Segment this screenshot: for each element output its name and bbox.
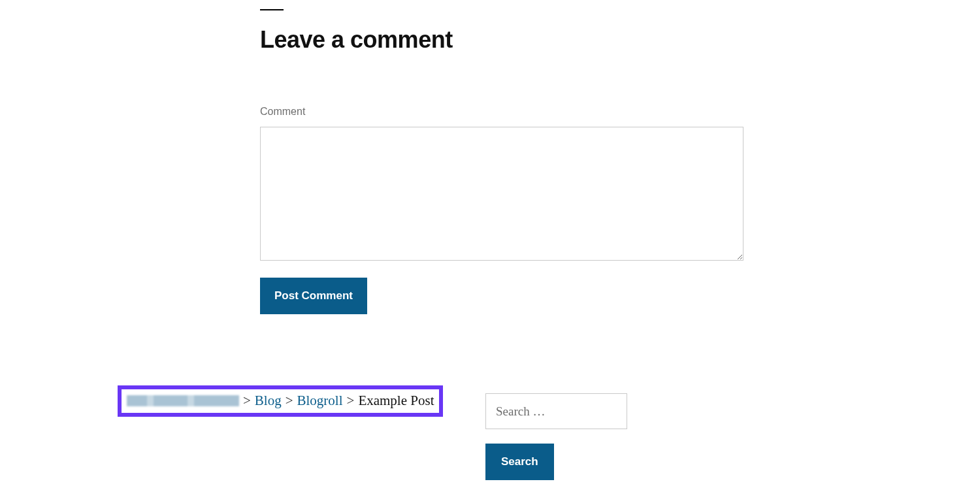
comment-label: Comment	[260, 106, 743, 118]
breadcrumb-blog-link[interactable]: Blog	[255, 393, 282, 409]
comment-section: Leave a comment Comment Post Comment	[260, 0, 743, 314]
breadcrumb-separator: >	[286, 393, 293, 409]
breadcrumb-separator: >	[347, 393, 355, 409]
leave-comment-heading: Leave a comment	[260, 26, 743, 54]
breadcrumb: > Blog > Blogroll > Example Post	[118, 385, 443, 417]
comment-textarea[interactable]	[260, 127, 743, 261]
breadcrumb-current: Example Post	[358, 393, 434, 409]
breadcrumb-separator: >	[243, 393, 251, 409]
breadcrumb-blogroll-link[interactable]: Blogroll	[297, 393, 343, 409]
post-comment-button[interactable]: Post Comment	[260, 278, 367, 314]
search-widget: Search	[485, 393, 627, 480]
search-input[interactable]	[485, 393, 627, 429]
divider	[260, 9, 284, 10]
breadcrumb-home-link[interactable]	[127, 395, 239, 406]
search-button[interactable]: Search	[485, 444, 554, 480]
